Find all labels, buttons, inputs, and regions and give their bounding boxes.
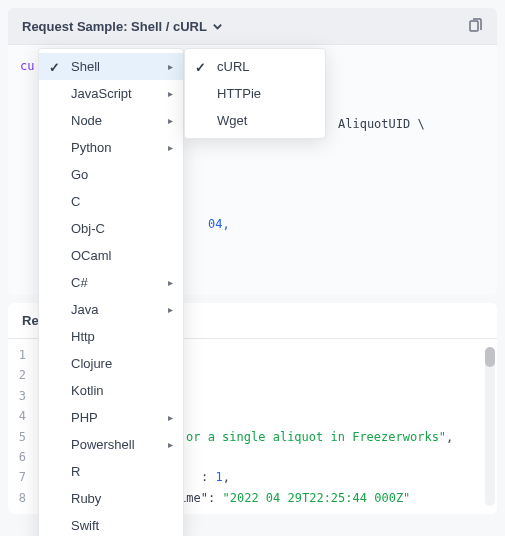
menu-item-label: JavaScript [71, 86, 132, 101]
chevron-right-icon: ▸ [168, 277, 173, 288]
language-menu-item[interactable]: Http [39, 323, 183, 350]
language-menu-item[interactable]: Kotlin [39, 377, 183, 404]
menu-item-label: PHP [71, 410, 98, 425]
chevron-right-icon: ▸ [168, 88, 173, 99]
menu-item-label: Java [71, 302, 98, 317]
language-dropdown-trigger[interactable]: Request Sample: Shell / cURL [22, 19, 223, 34]
chevron-right-icon: ▸ [168, 304, 173, 315]
line-number: 4 [8, 406, 36, 426]
menu-item-label: OCaml [71, 248, 111, 263]
scrollbar-thumb[interactable] [485, 347, 495, 367]
menu-item-label: R [71, 464, 80, 479]
dropdown-label: Request Sample: Shell / cURL [22, 19, 207, 34]
code-literal: 04, [208, 215, 230, 234]
language-menu-item[interactable]: Go [39, 161, 183, 188]
code-path-fragment: AliquotUID \ [338, 115, 425, 134]
menu-item-label: Go [71, 167, 88, 182]
chevron-down-icon [212, 21, 223, 32]
check-icon: ✓ [195, 59, 206, 74]
chevron-right-icon: ▸ [168, 61, 173, 72]
line-number: 8 [8, 488, 36, 508]
menu-item-label: Ruby [71, 491, 101, 506]
menu-item-label: Python [71, 140, 111, 155]
language-menu-item[interactable]: C#▸ [39, 269, 183, 296]
menu-item-label: Http [71, 329, 95, 344]
submenu-item-label: Wget [217, 113, 247, 128]
line-number: 1 [8, 345, 36, 365]
submenu-item[interactable]: Wget [185, 107, 325, 134]
menu-item-label: Clojure [71, 356, 112, 371]
submenu-item[interactable]: HTTPie [185, 80, 325, 107]
language-menu-item[interactable]: Powershell▸ [39, 431, 183, 458]
line-number: 7 [8, 467, 36, 487]
menu-item-label: Swift [71, 518, 99, 533]
menu-item-label: Kotlin [71, 383, 104, 398]
request-panel-header: Request Sample: Shell / cURL [8, 8, 497, 45]
submenu-item-label: HTTPie [217, 86, 261, 101]
language-menu-item[interactable]: Java▸ [39, 296, 183, 323]
chevron-right-icon: ▸ [168, 142, 173, 153]
language-menu-item[interactable]: ✓Shell▸ [39, 53, 183, 80]
menu-item-label: C [71, 194, 80, 209]
chevron-right-icon: ▸ [168, 115, 173, 126]
check-icon: ✓ [49, 59, 60, 74]
language-menu-item[interactable]: PHP▸ [39, 404, 183, 431]
language-submenu: ✓cURLHTTPieWget [184, 48, 326, 139]
code-keyword: cu [20, 59, 34, 73]
menu-item-label: C# [71, 275, 88, 290]
menu-item-label: Obj-C [71, 221, 105, 236]
svg-rect-0 [470, 21, 478, 31]
language-menu-item[interactable]: R [39, 458, 183, 485]
chevron-right-icon: ▸ [168, 439, 173, 450]
language-menu-item[interactable]: JavaScript▸ [39, 80, 183, 107]
language-menu-item[interactable]: Python▸ [39, 134, 183, 161]
submenu-item[interactable]: ✓cURL [185, 53, 325, 80]
chevron-right-icon: ▸ [168, 412, 173, 423]
line-number: 3 [8, 386, 36, 406]
language-menu-item[interactable]: Obj-C [39, 215, 183, 242]
line-number: 5 [8, 427, 36, 447]
language-menu-item[interactable]: Clojure [39, 350, 183, 377]
language-menu-item[interactable]: OCaml [39, 242, 183, 269]
language-menu-item[interactable]: Ruby [39, 485, 183, 512]
copy-icon[interactable] [467, 18, 483, 34]
language-menu-item[interactable]: Swift [39, 512, 183, 536]
menu-item-label: Powershell [71, 437, 135, 452]
language-menu-item[interactable]: C [39, 188, 183, 215]
menu-item-label: Shell [71, 59, 100, 74]
submenu-item-label: cURL [217, 59, 250, 74]
language-menu-item[interactable]: Node▸ [39, 107, 183, 134]
language-menu: ✓Shell▸JavaScript▸Node▸Python▸GoCObj-COC… [38, 48, 184, 536]
menu-item-label: Node [71, 113, 102, 128]
line-number: 6 [8, 447, 36, 467]
line-number: 2 [8, 365, 36, 385]
scrollbar[interactable] [485, 347, 495, 506]
